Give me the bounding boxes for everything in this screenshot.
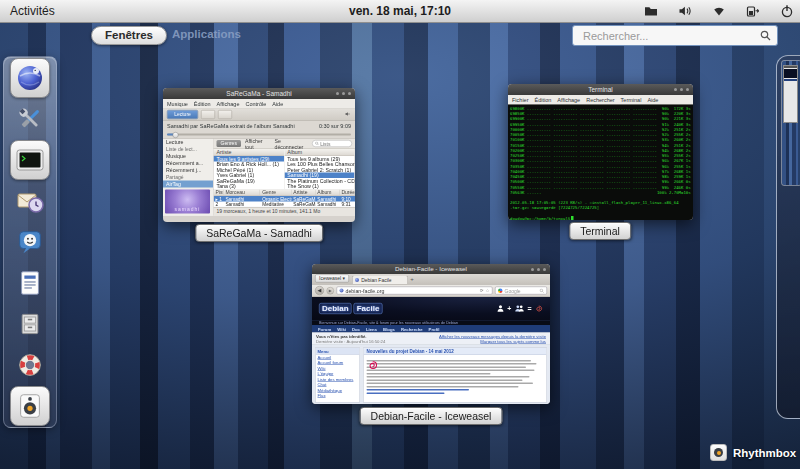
album-art: samadhi — [165, 190, 210, 214]
terminal-window-title: Terminal — [588, 86, 613, 94]
workspace-thumbnail[interactable] — [782, 61, 800, 185]
menu-item: Rechercher — [586, 97, 614, 103]
artist-item: Tana (3) — [214, 184, 284, 190]
tools-icon — [14, 103, 46, 135]
search-box[interactable] — [572, 25, 778, 46]
artist-header: Artiste — [214, 149, 284, 156]
writer-document-icon — [15, 268, 45, 298]
rhythmbox-notification[interactable]: Rhythmbox — [710, 444, 796, 461]
mail-clock-icon — [14, 185, 46, 217]
url-bar: debian-facile.org ⟳ ☆ — [337, 287, 493, 295]
dock-item-rhythmbox[interactable] — [10, 386, 50, 426]
menu-item: Fichier — [512, 97, 529, 103]
system-tray — [644, 0, 794, 22]
users-icon — [514, 304, 525, 313]
power-icon[interactable] — [780, 4, 794, 18]
dock-item-writer[interactable] — [10, 263, 50, 303]
track-table: Piste Morceau Genre Artiste Album Durée … — [214, 190, 356, 208]
browser-tabstrip: Iceweasel ▾ Debian Facile + — [312, 274, 550, 285]
window-label-music[interactable]: SaReGaMa - Samadhi — [195, 224, 323, 242]
terminal-menubar: FichierÉditionAffichageRechercherTermina… — [508, 95, 693, 105]
dock-item-file-cabinet[interactable] — [10, 304, 50, 344]
window-music-player[interactable]: SaReGaMa - Samadhi MusiqueÉditionAfficha… — [163, 88, 355, 222]
article-link-placeholder — [367, 389, 470, 391]
volume-icon — [345, 110, 351, 119]
article-title: Nouvelles du projet Debian - 14 mai 2012 — [364, 348, 547, 355]
search-icon — [540, 288, 545, 293]
play-button: Lecture — [167, 110, 198, 119]
site-nav-link: Doc — [352, 326, 360, 331]
menu-item: Contrôle — [245, 101, 266, 107]
search-input[interactable] — [581, 29, 760, 43]
terminal-line: 70100K .......... .......... .......... … — [510, 138, 691, 143]
menu-item: Édition — [535, 97, 552, 103]
url-text: debian-facile.org — [346, 288, 478, 294]
dock-item-mail-calendar[interactable] — [10, 181, 50, 221]
terminal-output: 69800K .......... .......... .......... … — [508, 105, 693, 221]
browser-tab: Debian Facile — [352, 276, 408, 285]
last-visit: Dernière visite : Aujourd'hui 16:50:24 — [316, 339, 385, 344]
window-browser[interactable]: Debian-Facile - Iceweasel Iceweasel ▾ De… — [312, 264, 550, 404]
site-logo: DebianFacile — [319, 303, 384, 314]
dock-item-web-browser[interactable] — [10, 58, 50, 98]
user-icon — [496, 304, 505, 313]
music-status-bar: 19 morceaux, 1 heure et 10 minutes, 141.… — [214, 207, 356, 216]
sidebar-item: Musique — [163, 153, 213, 160]
web-browser-icon — [14, 62, 46, 94]
album-item: The Snow (1) — [284, 184, 354, 190]
disconnect-button: Se déconnecter — [274, 138, 308, 150]
tab-applications[interactable]: Applications — [172, 28, 241, 40]
window-label-terminal[interactable]: Terminal — [569, 222, 631, 240]
wifi-icon[interactable] — [712, 4, 726, 18]
dock-item-chat[interactable] — [10, 222, 50, 262]
app-menu-button: Iceweasel ▾ — [315, 275, 349, 283]
notification-label: Rhythmbox — [733, 447, 796, 459]
music-menubar: MusiqueÉditionAffichageContrôleAide — [163, 99, 355, 109]
news-article: Nouvelles du projet Debian - 14 mai 2012 — [363, 348, 547, 403]
terminal-line: 70000K .......... .......... .......... … — [510, 127, 691, 132]
reload-icon: ⟳ — [480, 288, 484, 293]
search-icon — [760, 27, 771, 45]
web-search-box: Google — [495, 287, 547, 295]
menu-item: Terminal — [621, 97, 642, 103]
next-button — [218, 110, 232, 119]
speaker-icon — [15, 391, 45, 421]
terminal-line: 70300K .......... .......... .......... … — [510, 159, 691, 164]
tab-favicon — [355, 278, 359, 282]
now-playing-text: Samadhi par SaReGaMa extrait de l'album … — [167, 123, 295, 129]
files-icon[interactable] — [644, 4, 658, 18]
site-nav-links: ForumWikiDocLiensBlogsRechercheProfil — [312, 325, 550, 333]
tab-title: Debian Facile — [361, 277, 392, 283]
music-sidebar: LectureListe de lect...MusiqueRécemment … — [163, 139, 214, 216]
sidebar-item: Récemment a... — [163, 160, 213, 167]
library-search-input — [319, 140, 349, 147]
terminal-line: .tar.gz» sauvegardé [7224725/7224725] — [510, 206, 691, 211]
site-nav-link: Profil — [429, 326, 440, 331]
site-banner: DebianFacile + = — [312, 297, 550, 320]
text-placeholder — [367, 360, 532, 362]
url-favicon — [340, 289, 344, 293]
album-pane: Album Tous les 9 albums (29)Les 100 Plus… — [284, 149, 355, 189]
dock-item-system-tools[interactable] — [10, 99, 50, 139]
slider-handle — [173, 132, 179, 138]
menu-item: Affichage — [217, 101, 240, 107]
window-terminal[interactable]: Terminal FichierÉditionAffichageRecherch… — [508, 84, 693, 220]
dock-item-terminal[interactable] — [10, 140, 50, 180]
browser-navbar: ◀ ▶ debian-facile.org ⟳ ☆ Google — [312, 285, 550, 298]
page-content: Menu AccueilAccueil forumWikiL'équipeLis… — [312, 345, 550, 405]
dock-item-help[interactable] — [10, 345, 50, 385]
action-link: Marquer tous les sujets comme lus — [439, 339, 546, 344]
battery-icon[interactable] — [746, 4, 760, 18]
seek-slider — [163, 131, 355, 139]
volume-icon[interactable] — [678, 4, 692, 18]
file-cabinet-icon — [16, 310, 44, 338]
site-nav-link: Blogs — [383, 326, 395, 331]
forward-button: ▶ — [327, 287, 335, 295]
workspace-mini-window — [783, 65, 798, 123]
back-button: ◀ — [315, 286, 324, 295]
tab-windows[interactable]: Fenêtres — [91, 26, 167, 45]
time-position: 0:30 sur 9:09 — [319, 123, 351, 129]
dash-dock — [3, 56, 57, 428]
window-label-browser[interactable]: Debian-Facile - Iceweasel — [360, 407, 503, 425]
search-engine-label: Google — [505, 288, 538, 294]
